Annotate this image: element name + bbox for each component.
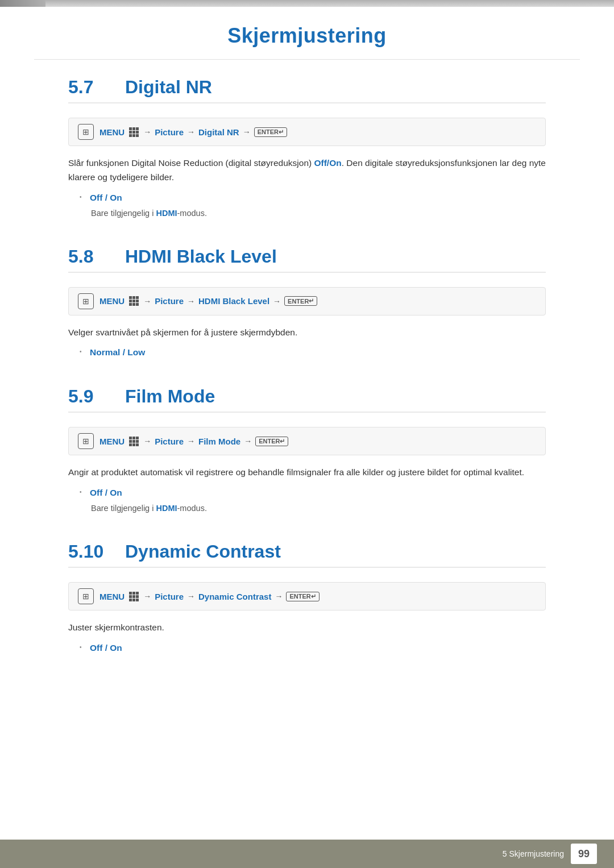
arrow1-5-8: → [143, 297, 151, 306]
arrow1-5-10: → [143, 592, 151, 601]
hdmi-bold-5-7: HDMI [156, 209, 177, 218]
menu-icon-5-8 [78, 293, 94, 309]
bullet-list-5-10: • Off / On [80, 643, 546, 653]
bullet-dot: • [80, 348, 84, 355]
grid-icon-5-7 [129, 127, 139, 137]
item2-5-7: Digital NR [198, 127, 239, 137]
menu-icon-5-10 [78, 588, 94, 604]
bullet-value-5-9-0: Off / On [90, 488, 122, 498]
description-5-9: Angir at produktet automatisk vil regist… [68, 466, 546, 480]
item2-5-8: HDMI Black Level [198, 296, 269, 306]
description-5-7: Slår funksjonen Digital Noise Reduction … [68, 156, 546, 185]
item1-5-10: Picture [155, 592, 184, 601]
bullet-item-5-9-0: • Off / On [80, 488, 546, 498]
menu-icon-5-9 [78, 433, 94, 449]
section-title-5-7: Digital NR [125, 77, 212, 98]
section-heading-5-10: 5.10 Dynamic Contrast [68, 541, 546, 568]
item2-5-10: Dynamic Contrast [198, 592, 271, 601]
section-heading-5-7: 5.7 Digital NR [68, 77, 546, 103]
sub-note-5-7: Bare tilgjengelig i HDMI-modus. [91, 209, 546, 218]
description-5-10: Juster skjermkontrasten. [68, 621, 546, 635]
menu-path-5-7: MENU → Picture → Digital NR → ENTER↵ [68, 118, 546, 146]
description-5-8: Velger svartnivået på skjermen for å jus… [68, 326, 546, 340]
enter-icon-5-9: ENTER↵ [255, 437, 288, 446]
arrow2-5-7: → [187, 127, 195, 136]
footer: 5 Skjermjustering 99 [0, 840, 614, 868]
arrow3-5-10: → [275, 592, 283, 601]
item2-5-9: Film Mode [198, 437, 240, 446]
bullet-list-5-8: • Normal / Low [80, 347, 546, 358]
grid-icon-5-9 [129, 437, 139, 446]
enter-icon-5-7: ENTER↵ [254, 127, 287, 137]
footer-section-label: 5 Skjermjustering [503, 849, 564, 858]
arrow2-5-10: → [187, 592, 195, 601]
sub-note-5-9: Bare tilgjengelig i HDMI-modus. [91, 504, 546, 513]
section-5-8: 5.8 HDMI Black Level MENU → Picture → HD… [68, 246, 546, 358]
section-number-5-10: 5.10 [68, 541, 114, 562]
enter-icon-5-10: ENTER↵ [286, 592, 319, 601]
menu-path-5-9: MENU → Picture → Film Mode → ENTER↵ [68, 427, 546, 455]
page-title: Skjermjustering [34, 24, 580, 48]
item1-5-7: Picture [155, 127, 184, 137]
bullet-dot: • [80, 644, 84, 650]
top-bar-accent [0, 0, 45, 7]
bullet-list-5-7: • Off / On [80, 193, 546, 203]
bullet-item-5-10-0: • Off / On [80, 643, 546, 653]
menu-keyword-5-10: MENU [99, 592, 125, 601]
bullet-value-5-10-0: Off / On [90, 643, 122, 653]
arrow2-5-8: → [187, 297, 195, 306]
bullet-item-5-8-0: • Normal / Low [80, 347, 546, 358]
section-heading-5-8: 5.8 HDMI Black Level [68, 246, 546, 273]
section-title-5-10: Dynamic Contrast [125, 541, 281, 562]
section-5-9: 5.9 Film Mode MENU → Picture → Film Mode… [68, 386, 546, 513]
arrow1-5-9: → [143, 437, 151, 446]
bold-offon-5-7: Off/On [314, 158, 341, 168]
bullet-list-5-9: • Off / On [80, 488, 546, 498]
section-number-5-9: 5.9 [68, 386, 114, 407]
section-title-5-8: HDMI Black Level [125, 246, 277, 267]
arrow2-5-9: → [187, 437, 195, 446]
bullet-dot: • [80, 194, 84, 200]
grid-icon-5-10 [129, 592, 139, 601]
page-wrapper: Skjermjustering 5.7 Digital NR MENU → Pi… [0, 0, 614, 868]
menu-keyword-5-9: MENU [99, 437, 125, 446]
hdmi-bold-5-9: HDMI [156, 504, 177, 513]
menu-path-5-10: MENU → Picture → Dynamic Contrast → ENTE… [68, 582, 546, 610]
item1-5-8: Picture [155, 296, 184, 306]
menu-icon-5-7 [78, 124, 94, 140]
bullet-value-5-8-0: Normal / Low [90, 347, 145, 358]
menu-path-5-8: MENU → Picture → HDMI Black Level → ENTE… [68, 287, 546, 315]
page-number: 99 [571, 844, 597, 864]
item1-5-9: Picture [155, 437, 184, 446]
menu-keyword-5-7: MENU [99, 127, 125, 137]
section-heading-5-9: 5.9 Film Mode [68, 386, 546, 413]
arrow3-5-8: → [273, 297, 281, 306]
top-bar [0, 0, 614, 7]
enter-icon-5-8: ENTER↵ [284, 296, 317, 306]
section-5-7: 5.7 Digital NR MENU → Picture → Digital … [68, 77, 546, 218]
main-content: 5.7 Digital NR MENU → Picture → Digital … [0, 60, 614, 727]
bullet-item-5-7-0: • Off / On [80, 193, 546, 203]
section-number-5-8: 5.8 [68, 246, 114, 267]
arrow3-5-9: → [244, 437, 252, 446]
menu-keyword-5-8: MENU [99, 296, 125, 306]
page-title-area: Skjermjustering [34, 7, 580, 60]
bullet-value-5-7-0: Off / On [90, 193, 122, 203]
section-number-5-7: 5.7 [68, 77, 114, 98]
section-title-5-9: Film Mode [125, 386, 215, 407]
arrow3-5-7: → [243, 127, 251, 136]
grid-icon-5-8 [129, 296, 139, 306]
section-5-10: 5.10 Dynamic Contrast MENU → Picture → D… [68, 541, 546, 653]
bullet-dot: • [80, 489, 84, 495]
arrow1-5-7: → [143, 127, 151, 136]
